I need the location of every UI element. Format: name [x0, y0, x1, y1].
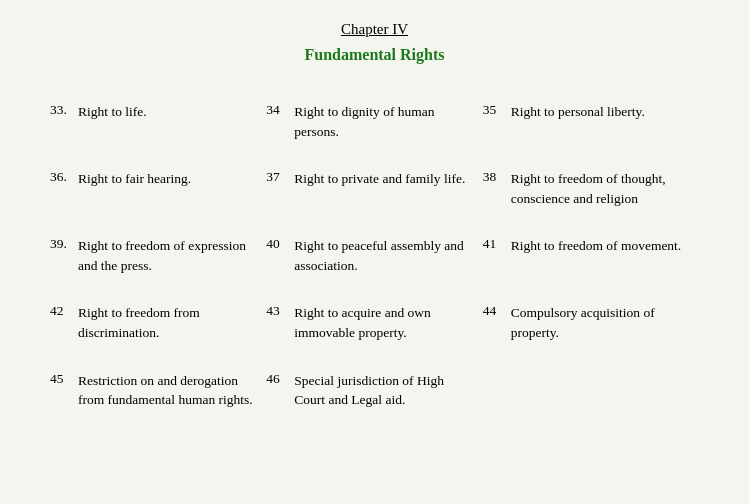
entry-number: 40 — [266, 236, 294, 252]
entry-text: Right to life. — [78, 102, 147, 122]
list-item — [483, 357, 699, 424]
entry-text: Restriction on and derogation from funda… — [78, 371, 258, 410]
entry-number: 43 — [266, 303, 294, 319]
list-item: 39.Right to freedom of expression and th… — [50, 222, 266, 289]
entry-number: 35 — [483, 102, 511, 118]
list-item: 45Restriction on and derogation from fun… — [50, 357, 266, 424]
entry-text: Compulsory acquisition of property. — [511, 303, 691, 342]
list-item: 44Compulsory acquisition of property. — [483, 289, 699, 356]
list-item: 37Right to private and family life. — [266, 155, 482, 222]
entry-text: Right to fair hearing. — [78, 169, 191, 189]
list-item: 38Right to freedom of thought, conscienc… — [483, 155, 699, 222]
entry-number: 42 — [50, 303, 78, 319]
entry-text: Right to freedom of expression and the p… — [78, 236, 258, 275]
entry-text: Right to freedom of thought, conscience … — [511, 169, 691, 208]
list-item: 42Right to freedom from discrimination. — [50, 289, 266, 356]
entry-number: 46 — [266, 371, 294, 387]
entry-number: 37 — [266, 169, 294, 185]
list-item: 43Right to acquire and own immovable pro… — [266, 289, 482, 356]
list-item: 46Special jurisdiction of High Court and… — [266, 357, 482, 424]
entry-number: 45 — [50, 371, 78, 387]
list-item: 35Right to personal liberty. — [483, 88, 699, 155]
chapter-heading: Chapter IV — [50, 20, 699, 38]
entry-number: 41 — [483, 236, 511, 252]
entry-text: Right to freedom from discrimination. — [78, 303, 258, 342]
entry-number: 34 — [266, 102, 294, 118]
entry-text: Special jurisdiction of High Court and L… — [294, 371, 474, 410]
entry-number: 38 — [483, 169, 511, 185]
list-item: 41Right to freedom of movement. — [483, 222, 699, 289]
entry-number: 44 — [483, 303, 511, 319]
page: Chapter IV Fundamental Rights 33.Right t… — [0, 0, 749, 504]
entry-number: 39. — [50, 236, 78, 252]
entry-number: 33. — [50, 102, 78, 118]
entry-number: 36. — [50, 169, 78, 185]
entry-text: Right to peaceful assembly and associati… — [294, 236, 474, 275]
entry-text: Right to dignity of human persons. — [294, 102, 474, 141]
entry-text: Right to freedom of movement. — [511, 236, 682, 256]
section-title: Fundamental Rights — [50, 46, 699, 64]
list-item: 36.Right to fair hearing. — [50, 155, 266, 222]
list-item: 34Right to dignity of human persons. — [266, 88, 482, 155]
list-item: 33.Right to life. — [50, 88, 266, 155]
entries-grid: 33.Right to life.34Right to dignity of h… — [50, 88, 699, 424]
entry-text: Right to acquire and own immovable prope… — [294, 303, 474, 342]
chapter-title: Chapter IV — [341, 21, 408, 37]
list-item: 40Right to peaceful assembly and associa… — [266, 222, 482, 289]
entry-text: Right to personal liberty. — [511, 102, 645, 122]
entry-text: Right to private and family life. — [294, 169, 465, 189]
